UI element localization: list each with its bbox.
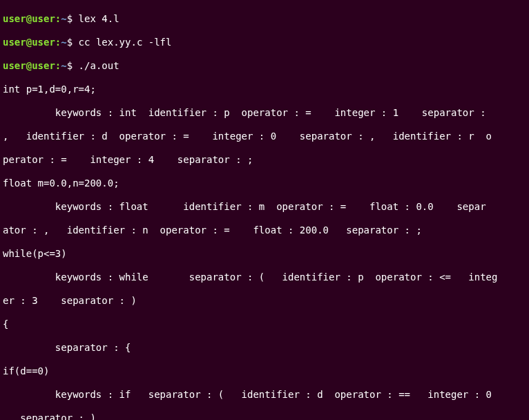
prompt-line-3: user@user:~$ ./a.out (3, 60, 526, 72)
output-line: keywords : float identifier : m operator… (3, 201, 526, 213)
output-line: keywords : while separator : ( identifie… (3, 271, 526, 283)
output-line: keywords : int identifier : p operator :… (3, 107, 526, 119)
prompt-path: ~ (61, 13, 66, 24)
prompt-dollar: $ (67, 37, 79, 48)
output-line: { (3, 318, 526, 330)
output-line: if(d==0) (3, 365, 526, 377)
output-line: , identifier : d operator : = integer : … (3, 131, 526, 142)
command-2: cc lex.yy.c -lfl (79, 37, 172, 48)
output-line: while(p<=3) (3, 248, 526, 260)
output-line: float m=0.0,n=200.0; (3, 178, 526, 189)
output-line: ator : , identifier : n operator : = flo… (3, 225, 526, 236)
output-line: separator : { (3, 342, 526, 354)
output-line: separator : ) (3, 412, 526, 420)
output-line: er : 3 separator : ) (3, 295, 526, 307)
prompt-dollar: $ (67, 60, 79, 71)
prompt-line-2: user@user:~$ cc lex.yy.c -lfl (3, 37, 526, 48)
prompt-path: ~ (61, 37, 66, 48)
terminal[interactable]: user@user:~$ lex 4.l user@user:~$ cc lex… (0, 0, 529, 420)
command-1: lex 4.l (79, 13, 119, 24)
prompt-path: ~ (61, 60, 66, 71)
prompt-userhost: user@user (3, 37, 55, 48)
output-line: perator : = integer : 4 separator : ; (3, 154, 526, 166)
output-line: int p=1,d=0,r=4; (3, 84, 526, 95)
prompt-line-1: user@user:~$ lex 4.l (3, 13, 526, 25)
command-3: ./a.out (79, 60, 119, 71)
prompt-userhost: user@user (3, 60, 55, 71)
prompt-userhost: user@user (3, 13, 55, 24)
output-line: keywords : if separator : ( identifier :… (3, 389, 526, 401)
prompt-dollar: $ (67, 13, 79, 24)
